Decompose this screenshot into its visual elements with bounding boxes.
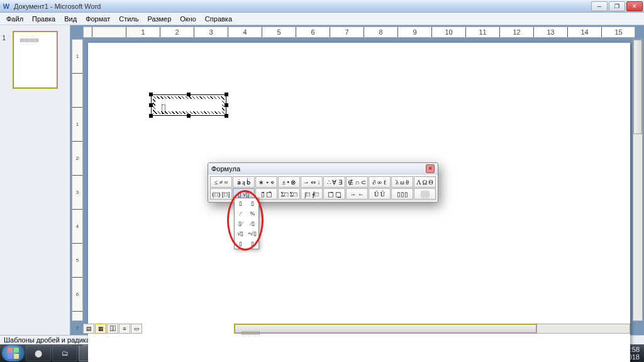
restore-button[interactable]: ❐ xyxy=(609,1,625,11)
view-web[interactable]: ⿲ xyxy=(107,324,118,334)
resize-handle[interactable] xyxy=(149,103,153,107)
equation-cursor xyxy=(162,105,165,114)
resize-handle[interactable] xyxy=(149,114,153,118)
menu-edit[interactable]: Правка xyxy=(28,14,59,24)
set-theory-button[interactable]: ∉ ∩ ⊂ xyxy=(346,176,368,188)
logical-button[interactable]: ∴ ∀ ∃ xyxy=(323,176,345,188)
menubar: Файл Правка Вид Формат Стиль Размер Окно… xyxy=(0,13,644,25)
start-button[interactable] xyxy=(2,345,25,361)
radical-template[interactable]: ⁿ√▯ xyxy=(247,229,258,239)
formula-toolbar-title[interactable]: Формула ✕ xyxy=(208,163,438,174)
relations-button[interactable]: ≤ ≠ ≈ xyxy=(210,176,232,188)
vertical-scrollbar[interactable] xyxy=(633,39,643,321)
embellishments-button[interactable]: ȧ ą ḃ xyxy=(233,176,255,188)
fraction-template[interactable]: ⁄ xyxy=(235,208,247,218)
boxes-button[interactable]: ░░ xyxy=(414,188,436,200)
formula-close-button[interactable]: ✕ xyxy=(426,164,435,173)
radical-template[interactable]: ▯ xyxy=(235,239,247,249)
menu-help[interactable]: Справка xyxy=(201,14,236,24)
fraction-template[interactable]: % xyxy=(247,208,258,218)
titlebar: W Документ1 - Microsoft Word ─ ❐ ✕ xyxy=(0,0,644,13)
greek-lower-button[interactable]: λ ω θ xyxy=(391,176,413,188)
resize-handle[interactable] xyxy=(187,114,191,118)
menu-view[interactable]: Вид xyxy=(60,14,80,24)
menu-style[interactable]: Стиль xyxy=(115,14,142,24)
resize-handle[interactable] xyxy=(187,93,191,96)
vertical-ruler[interactable]: 1 12 34 56 7 xyxy=(72,39,83,321)
word-icon: W xyxy=(1,1,11,11)
horizontal-scrollbar[interactable] xyxy=(234,324,630,334)
taskbar-explorer[interactable]: 🗂 xyxy=(52,345,77,361)
fraction-template[interactable]: ⁄▯ xyxy=(247,218,258,229)
view-print[interactable]: ▦ xyxy=(95,324,106,334)
view-outline[interactable]: ≡ xyxy=(119,324,130,334)
taskbar-app[interactable]: ⬤ xyxy=(26,345,51,361)
menu-format[interactable]: Формат xyxy=(82,14,114,24)
arrows-button[interactable]: → ⇔ ↓ xyxy=(301,176,323,188)
thumbnail-panel: 1 xyxy=(0,25,70,335)
greek-upper-button[interactable]: Λ Ω Θ xyxy=(414,176,436,188)
misc-symbols-button[interactable]: ∂ ∞ ℓ xyxy=(369,176,391,188)
fraction-dropdown: ▯▯ ⁄% ▯⁄⁄▯ √▯ⁿ√▯ ▯▯ xyxy=(234,198,259,249)
fence-templates-button[interactable]: (□) [□] xyxy=(210,188,232,200)
integral-button[interactable]: ∫□ ∮□ xyxy=(301,188,323,200)
view-mode-buttons: ▤ ▦ ⿲ ≡ ▭ xyxy=(83,324,142,334)
thumb-page-number: 1 xyxy=(3,35,6,42)
products-button[interactable]: Ū Ū xyxy=(369,188,391,200)
resize-handle[interactable] xyxy=(149,93,153,96)
operators-button[interactable]: ± • ⊗ xyxy=(278,176,300,188)
minimize-button[interactable]: ─ xyxy=(591,1,608,11)
summation-button[interactable]: Σ□ Σ□ xyxy=(278,188,300,200)
menu-window[interactable]: Окно xyxy=(176,14,200,24)
fraction-template[interactable]: ▯ xyxy=(235,198,247,208)
labeled-arrow-button[interactable]: → ← xyxy=(346,188,368,200)
formula-toolbar[interactable]: Формула ✕ ≤ ≠ ≈ ȧ ą ḃ ∗ ⋆ ⋄ ± • ⊗ → ⇔ ↓ … xyxy=(208,162,438,203)
resize-handle[interactable] xyxy=(225,93,228,96)
radical-template[interactable]: √▯ xyxy=(235,229,247,239)
fraction-template[interactable]: ▯⁄ xyxy=(235,218,247,229)
status-text: Шаблоны дробей и радикалов xyxy=(4,336,102,344)
windows-icon xyxy=(8,348,19,359)
fraction-template[interactable]: ▯ xyxy=(247,198,258,208)
horizontal-ruler[interactable]: 1 12 34 56 78 910 1112 1314 1516 17 xyxy=(83,26,635,38)
menu-size[interactable]: Размер xyxy=(143,14,175,24)
view-normal[interactable]: ▤ xyxy=(83,324,94,334)
close-button[interactable]: ✕ xyxy=(626,1,643,11)
view-reading[interactable]: ▭ xyxy=(131,324,142,334)
equation-object[interactable] xyxy=(151,94,226,116)
resize-handle[interactable] xyxy=(225,114,228,118)
spaces-button[interactable]: ∗ ⋆ ⋄ xyxy=(255,176,277,188)
page-thumbnail[interactable]: 1 xyxy=(13,31,57,88)
menu-file[interactable]: Файл xyxy=(3,14,27,24)
matrix-button[interactable]: ▯▯▯ xyxy=(391,188,413,200)
resize-handle[interactable] xyxy=(225,103,228,107)
window-title: Документ1 - Microsoft Word xyxy=(14,3,591,10)
overbar-button[interactable]: □̄ □̲ xyxy=(323,188,345,200)
radical-template[interactable]: ▯ xyxy=(247,239,258,249)
